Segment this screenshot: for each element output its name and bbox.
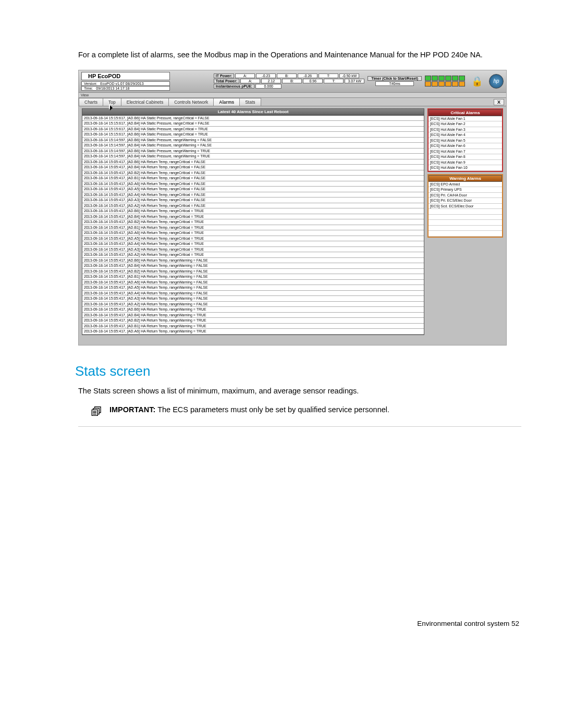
version-label: Version: [84,82,97,85]
alarm-log-row: 2013-09-18-14 15:05:417, [AD.B1] HA Retu… [82,274,424,280]
warning-alarm-row: [ECS] Scd. ECS/Elec Door [429,204,502,209]
warning-alarms-header: Warning Alarms [429,175,502,182]
alarm-log-row: 2013-09-18-14 15:05:417, [AD.B1] HA Retu… [82,176,424,181]
warning-alarm-row [429,215,502,220]
warning-alarm-row: [ECS] Primary UPS [429,187,502,193]
tab-alarms[interactable]: Alarms [213,98,240,106]
indicator-grid [425,76,465,87]
alarm-log-row: 2013-09-18-14 15:05:417, [AD.A6] HA Retu… [82,181,424,187]
alarm-log-row: 2013-09-18-14 15:05:417, [AD.A3] HA Retu… [82,198,424,203]
total-power-b: 0.96 [303,79,323,83]
alarm-log-header: Latest 40 Alarms Since Last Reboot [82,108,424,115]
alarm-log-row: 2013-09-18-14 15:05:417, [AD.A3] HA Retu… [82,247,424,253]
app-brand: HP EcoPOD [81,72,170,80]
alarm-log-row: 2013-09-18-14 15:05:417, [AD.B2] HA Retu… [82,219,424,225]
alarm-log-table: 2013-09-18-14 15:15:617, [AD.B6] HA Stat… [82,115,424,335]
alarm-log-row: 2013-09-18-14 15:05:417, [AD.B6] HA Retu… [82,307,424,313]
timer-box[interactable]: Timer (Click to Start/Reset) T#0ms [368,76,422,86]
alarm-log-row: 2013-09-18-14 15:05:417, [AD.B4] HA Retu… [82,214,424,220]
alarm-log-row: 2013-09-18-14 15:05:417, [AD.A5] HA Retu… [82,236,424,242]
alarm-log-row: 2013-09-18-14 15:14:597, [AD.B4] HA Stat… [82,154,424,159]
critical-alarm-row: [ECS] Hot Aisle Fan 1 [429,116,502,122]
alarm-log-row: 2013-09-18-14 15:05:417, [AD.A4] HA Retu… [82,192,424,198]
alarm-log-row: 2013-09-18-14 15:15:617, [AD.B4] HA Stat… [82,127,424,132]
alarm-log-row: 2013-09-18-14 15:05:417, [AD.B2] HA Retu… [82,318,424,324]
alarm-log-row: 2013-09-18-14 15:05:417, [AD.B1] HA Retu… [82,324,424,329]
important-label: IMPORTANT: [109,405,155,414]
warning-alarm-row [429,231,502,237]
section-title: Stats screen [75,363,521,379]
important-note: 🗊 IMPORTANT: The ECS parameters must onl… [78,402,521,427]
alarm-log-row: 2013-09-18-14 15:05:417, [AD.B4] HA Retu… [82,263,424,269]
alarm-log-row: 2013-09-18-14 15:05:417, [AD.B6] HA Retu… [82,258,424,264]
alarm-log-row: 2013-09-18-14 15:14:597, [AD.B6] HA Stat… [82,149,424,154]
tab-electrical[interactable]: Electrical Cabinets [121,98,169,106]
warning-alarm-row: [ECS] Pri. ECS/Elec Door [429,198,502,204]
warning-alarm-row [429,220,502,226]
alarm-log-row: 2013-09-18-14 15:05:417, [AD.B6] HA Retu… [82,208,424,214]
alarm-log-row: 2013-09-18-14 15:05:417, [AD.A5] HA Retu… [82,187,424,192]
ecopod-screenshot: HP EcoPOD Version: EcoPOD v1.07 08/29/20… [78,70,507,346]
stats-intro: The Stats screen shows a list of minimum… [78,387,521,395]
warning-alarm-row [429,209,502,215]
time-label: Time: [84,87,93,90]
hp-logo-icon: hp [489,74,504,89]
page-footer: Environmental control system 52 [78,620,521,627]
it-power-b: -0.26 [298,73,317,78]
warning-alarm-row: [ECS] Pri. CA/HA Door [429,193,502,199]
alarm-log-row: 2013-09-18-14 15:15:617, [AD.B6] HA Stat… [82,116,424,121]
alarm-log-row: 2013-09-18-14 15:05:417, [AD.A2] HA Retu… [82,203,424,209]
critical-alarm-row: [ECS] Hot Aisle Fan 4 [429,132,502,138]
critical-alarm-row: [ECS] Hot Aisle Fan 5 [429,138,502,144]
topbar: HP EcoPOD Version: EcoPOD v1.07 08/29/20… [79,70,506,93]
alarm-log-row: 2013-09-18-14 15:05:417, [AD.A6] HA Retu… [82,280,424,286]
alarm-log-row: 2013-09-18-14 15:05:417, [AD.A2] HA Retu… [82,252,424,258]
critical-alarm-row: [ECS] Hot Aisle Fan 2 [429,121,502,127]
tab-controls[interactable]: Controls Network [168,98,214,106]
critical-alarm-row: [ECS] Hot Aisle Fan 8 [429,154,502,160]
it-power-t: -0.50 kW [339,73,359,78]
warning-alarm-row: [ECS] EPO Armed [429,182,502,188]
view-menu[interactable]: View [79,93,506,98]
alarm-log-row: 2013-09-18-14 15:05:417, [AD.A6] HA Retu… [82,230,424,236]
version-value: EcoPOD v1.07 08/29/2013 [100,82,143,85]
warning-alarms-panel: Warning Alarms [ECS] EPO Armed[ECS] Prim… [427,174,503,238]
version-line: Version: EcoPOD v1.07 08/29/2013 [81,81,170,86]
critical-alarm-row: [ECS] Hot Aisle Fan 9 [429,160,502,166]
power-readouts: IT Power: A:-0.23 B:-0.26 T:-0.50 kW Tot… [214,73,364,89]
intro-paragraph: For a complete list of alarms, see the M… [78,50,521,60]
total-power-t: 3.07 kW [345,79,364,83]
pue-value: 0.000 [255,84,282,89]
it-power-a: -0.23 [256,73,276,78]
critical-alarms-header: Critical Alarms [429,109,502,116]
tab-top[interactable]: Top [103,98,121,106]
alarm-log-row: 2013-09-18-14 15:14:597, [AD.B6] HA Stat… [82,138,424,143]
alarm-log-panel: Latest 40 Alarms Since Last Reboot 2013-… [82,108,424,338]
critical-alarm-row: [ECS] Hot Aisle Fan 10 [429,165,502,171]
alarm-log-row: 2013-09-18-14 15:05:417, [AD.A4] HA Retu… [82,291,424,297]
note-icon: 🗊 [91,405,102,419]
alarm-log-row: 2013-09-18-14 15:15:617, [AD.B6] HA Stat… [82,132,424,138]
alarm-log-row: 2013-09-18-14 15:05:417, [AD.A6] HA Retu… [82,329,424,335]
tab-stats[interactable]: Stats [239,98,261,106]
critical-alarm-row: [ECS] Hot Aisle Fan 6 [429,143,502,149]
it-power-label: IT Power: [214,73,235,78]
critical-alarm-row: [ECS] Hot Aisle Fan 7 [429,149,502,155]
pue-label: Instantaneous pPUE: [214,84,254,89]
alarm-log-row: 2013-09-18-14 15:05:417, [AD.B4] HA Retu… [82,313,424,318]
critical-alarms-panel: Critical Alarms [ECS] Hot Aisle Fan 1[EC… [427,108,503,172]
alarm-log-row: 2013-09-18-14 15:05:417, [AD.A2] HA Retu… [82,302,424,307]
total-power-a: 2.12 [261,79,281,83]
tab-bar: Charts Top Electrical Cabinets Controls … [79,98,506,106]
alarm-log-row: 2013-09-18-14 15:05:417, [AD.B2] HA Retu… [82,170,424,176]
alarm-log-row: 2013-09-18-14 15:15:617, [AD.B4] HA Stat… [82,121,424,127]
alarm-log-row: 2013-09-18-14 15:14:597, [AD.B4] HA Stat… [82,143,424,149]
total-power-label: Total Power: [214,79,239,83]
close-button[interactable]: X [494,99,504,105]
time-line: Time: 09/18/2013 14:17:18 [81,86,170,91]
time-value: 09/18/2013 14:17:18 [96,87,129,90]
tab-charts[interactable]: Charts [79,98,103,106]
lock-icon[interactable]: 🔒 [468,76,486,87]
alarm-log-row: 2013-09-18-14 15:05:417, [AD.B2] HA Retu… [82,269,424,275]
alarm-log-row: 2013-09-18-14 15:05:417, [AD.B4] HA Retu… [82,165,424,170]
